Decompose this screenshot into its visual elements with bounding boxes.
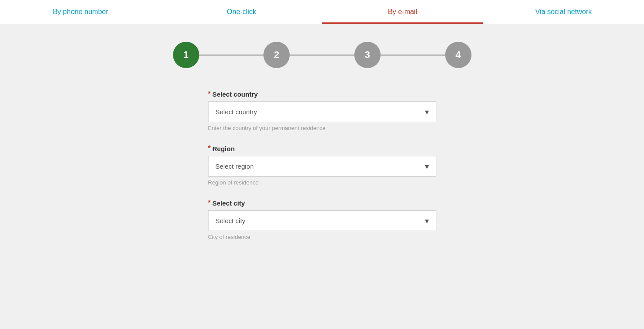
city-required-star: * <box>208 199 211 207</box>
region-hint: Region of residence <box>208 179 436 186</box>
city-label-text: Select city <box>212 199 245 207</box>
country-required-star: * <box>208 90 211 98</box>
region-required-star: * <box>208 145 211 152</box>
city-hint: City of residence <box>208 234 436 240</box>
city-label: * Select city <box>208 199 436 207</box>
tab-by-phone[interactable]: By phone number <box>0 0 161 24</box>
region-label-text: Region <box>212 145 235 152</box>
country-label: * Select country <box>208 90 436 98</box>
step-line-1 <box>199 54 264 56</box>
step-line-2 <box>290 54 354 56</box>
tab-one-click[interactable]: One-click <box>161 0 322 24</box>
region-label: * Region <box>208 145 436 152</box>
city-group: * Select city Select city ▾ City of resi… <box>208 199 436 240</box>
city-select[interactable]: Select city <box>209 211 436 231</box>
tab-by-email[interactable]: By e-mail <box>322 0 483 24</box>
country-label-text: Select country <box>212 90 258 98</box>
form-container: * Select country Select country ▾ Enter … <box>208 90 436 253</box>
tab-via-social[interactable]: Via social network <box>483 0 644 24</box>
step-3: 3 <box>354 42 381 68</box>
step-1: 1 <box>173 42 199 68</box>
stepper: 1 2 3 4 <box>173 42 471 68</box>
country-group: * Select country Select country ▾ Enter … <box>208 90 436 131</box>
country-select[interactable]: Select country <box>209 102 436 122</box>
region-select[interactable]: Select region <box>209 156 436 176</box>
country-select-wrapper[interactable]: Select country ▾ <box>208 101 436 122</box>
tabs-container: By phone number One-click By e-mail Via … <box>0 0 644 24</box>
step-4: 4 <box>445 42 471 68</box>
step-2: 2 <box>263 42 290 68</box>
region-group: * Region Select region ▾ Region of resid… <box>208 145 436 186</box>
main-content: 1 2 3 4 * Select country Select country … <box>0 24 644 271</box>
city-select-wrapper[interactable]: Select city ▾ <box>208 210 436 231</box>
country-hint: Enter the country of your permanent resi… <box>208 125 436 131</box>
step-line-3 <box>381 54 445 56</box>
region-select-wrapper[interactable]: Select region ▾ <box>208 156 436 177</box>
